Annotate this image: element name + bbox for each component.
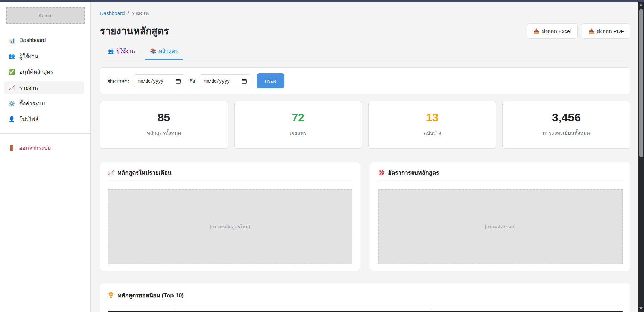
export-pdf-button[interactable]: 📥 ส่งออก PDF <box>582 23 630 39</box>
user-icon: 👤 <box>8 116 15 122</box>
charts-row: 📈 หลักสูตรใหม่รายเดือน [กราฟหลักสูตรใหม่… <box>100 162 630 271</box>
scroll-down-arrow-icon[interactable] <box>639 307 643 310</box>
stat-value: 72 <box>238 110 358 125</box>
scroll-up-arrow-icon[interactable] <box>639 4 643 6</box>
users-icon: 👥 <box>8 53 15 59</box>
new-courses-chart-card: 📈 หลักสูตรใหม่รายเดือน [กราฟหลักสูตรใหม่… <box>100 162 360 271</box>
table-header-cell <box>175 311 365 312</box>
date-from-value: mm/dd/yyyy <box>138 78 163 84</box>
sidebar-item-reports[interactable]: 📈 รายงาน <box>4 81 84 94</box>
gear-icon: ⚙️ <box>8 100 15 107</box>
new-courses-chart-placeholder: [กราฟหลักสูตรใหม่] <box>108 189 352 264</box>
door-icon: 🚪 <box>8 145 15 151</box>
page-title: รายงานหลักสูตร <box>100 23 169 39</box>
sidebar-nav: 📊 Dashboard 👥 ผู้ใช้งาน ✅ อนุมัติหลักสูต… <box>0 34 90 128</box>
check-icon: ✅ <box>8 69 15 75</box>
stat-card-total-courses: 85 หลักสูตรทั้งหมด <box>100 101 228 149</box>
table-header-cell <box>108 311 175 312</box>
stat-label: ฉบับร่าง <box>372 129 493 137</box>
calendar-icon[interactable] <box>242 79 247 84</box>
export-buttons: 📥 ส่งออก Excel 📥 ส่งออก PDF <box>527 23 630 39</box>
date-from-input[interactable]: mm/dd/yyyy <box>134 74 184 87</box>
stat-value: 85 <box>104 110 224 125</box>
sidebar-item-profile[interactable]: 👤 โปรไฟล์ <box>4 113 84 125</box>
target-icon: 🎯 <box>378 169 385 176</box>
stat-card-published: 72 เผยแพร่ <box>234 101 362 149</box>
main-content: Dashboard / รายงาน รายงานหลักสูตร 📥 ส่งอ… <box>91 2 644 312</box>
table-header-cell <box>365 311 432 312</box>
chart-up-icon: 📈 <box>8 85 15 91</box>
stat-card-total-enrollments: 3,456 การลงทะเบียนทั้งหมด <box>502 101 630 149</box>
stat-value: 13 <box>372 110 493 125</box>
stat-label: เผยแพร่ <box>238 129 358 137</box>
top-courses-title: หลักสูตรยอดนิยม (Top 10) <box>118 291 184 300</box>
sidebar-item-label: อนุมัติหลักสูตร <box>19 68 53 76</box>
trophy-icon: 🏆 <box>108 292 114 298</box>
sidebar-item-label: Dashboard <box>19 37 46 43</box>
sidebar-item-settings[interactable]: ⚙️ ตั้งค่าระบบ <box>4 97 84 110</box>
stat-label: หลักสูตรทั้งหมด <box>104 129 224 137</box>
date-filter-bar: ช่วงเวลา: mm/dd/yyyy ถึง mm/dd/yyyy กรอง <box>100 67 630 94</box>
brand-label: Admin <box>38 13 53 18</box>
chart-title: หลักสูตรใหม่รายเดือน <box>118 168 172 177</box>
scrollbar-thumb[interactable] <box>639 9 643 157</box>
top-courses-table <box>108 311 623 312</box>
breadcrumb-dashboard-link[interactable]: Dashboard <box>100 10 125 16</box>
tab-courses[interactable]: 📚 หลักสูตร <box>145 47 183 60</box>
sidebar-item-label: ผู้ใช้งาน <box>19 52 38 60</box>
report-tabs: 👥 ผู้ใช้งาน 📚 หลักสูตร <box>100 47 630 60</box>
export-excel-label: ส่งออก Excel <box>542 27 571 35</box>
completion-rate-chart-card: 🎯 อัตราการจบหลักสูตร [กราฟอัตราจบ] <box>370 162 630 271</box>
sidebar-item-label: ตั้งค่าระบบ <box>19 99 45 108</box>
sidebar-item-label: โปรไฟล์ <box>19 115 39 123</box>
download-icon: 📥 <box>533 28 539 34</box>
sidebar-divider <box>0 133 90 134</box>
users-icon: 👥 <box>108 48 114 54</box>
date-range-label: ช่วงเวลา: <box>108 77 129 85</box>
stat-label: การลงทะเบียนทั้งหมด <box>506 129 627 137</box>
tab-users[interactable]: 👥 ผู้ใช้งาน <box>103 47 140 60</box>
card-divider <box>108 305 623 305</box>
card-divider <box>378 182 623 182</box>
date-to-value: mm/dd/yyyy <box>204 78 229 84</box>
sidebar-item-course-approval[interactable]: ✅ อนุมัติหลักสูตร <box>4 65 84 78</box>
filter-button[interactable]: กรอง <box>257 73 284 88</box>
books-icon: 📚 <box>150 48 156 54</box>
breadcrumb-current: รายงาน <box>132 9 149 17</box>
download-icon: 📥 <box>588 28 594 34</box>
stats-row: 85 หลักสูตรทั้งหมด 72 เผยแพร่ 13 ฉบับร่า… <box>100 101 630 149</box>
breadcrumb-separator: / <box>127 10 129 16</box>
card-divider <box>108 182 352 182</box>
chart-up-icon: 📈 <box>108 169 114 176</box>
chart-card-header: 📈 หลักสูตรใหม่รายเดือน <box>108 168 352 177</box>
breadcrumb: Dashboard / รายงาน <box>100 9 630 17</box>
placeholder-text: [กราฟอัตราจบ] <box>485 223 516 230</box>
calendar-icon[interactable] <box>176 79 181 84</box>
logout-label: ออกจากระบบ <box>19 144 51 152</box>
brand-placeholder: Admin <box>6 7 85 24</box>
completion-rate-chart-placeholder: [กราฟอัตราจบ] <box>378 189 623 264</box>
placeholder-text: [กราฟหลักสูตรใหม่] <box>210 223 250 230</box>
sidebar-item-users[interactable]: 👥 ผู้ใช้งาน <box>4 50 84 62</box>
tab-users-label: ผู้ใช้งาน <box>116 47 135 55</box>
to-label: ถึง <box>189 77 195 85</box>
sidebar-item-dashboard[interactable]: 📊 Dashboard <box>4 34 84 47</box>
table-header-row <box>108 311 623 312</box>
table-header-cell <box>432 311 622 312</box>
export-excel-button[interactable]: 📥 ส่งออก Excel <box>527 23 578 39</box>
sidebar-item-label: รายงาน <box>19 84 38 92</box>
sidebar: Admin 📊 Dashboard 👥 ผู้ใช้งาน ✅ อนุมัติห… <box>0 2 91 312</box>
stat-value: 3,456 <box>506 110 627 125</box>
page-header: รายงานหลักสูตร 📥 ส่งออก Excel 📥 ส่งออก P… <box>100 23 630 39</box>
app-window: Admin 📊 Dashboard 👥 ผู้ใช้งาน ✅ อนุมัติห… <box>0 2 644 312</box>
chart-card-header: 🎯 อัตราการจบหลักสูตร <box>378 168 623 177</box>
chart-title: อัตราการจบหลักสูตร <box>388 168 439 177</box>
top-courses-header: 🏆 หลักสูตรยอดนิยม (Top 10) <box>108 291 623 300</box>
vertical-scrollbar[interactable] <box>638 2 644 312</box>
bar-chart-icon: 📊 <box>8 37 15 44</box>
tab-courses-label: หลักสูตร <box>159 47 178 55</box>
top-courses-card: 🏆 หลักสูตรยอดนิยม (Top 10) <box>100 283 630 312</box>
stat-card-drafts: 13 ฉบับร่าง <box>368 101 496 149</box>
logout-link[interactable]: 🚪 ออกจากระบบ <box>8 144 84 152</box>
date-to-input[interactable]: mm/dd/yyyy <box>200 74 250 87</box>
